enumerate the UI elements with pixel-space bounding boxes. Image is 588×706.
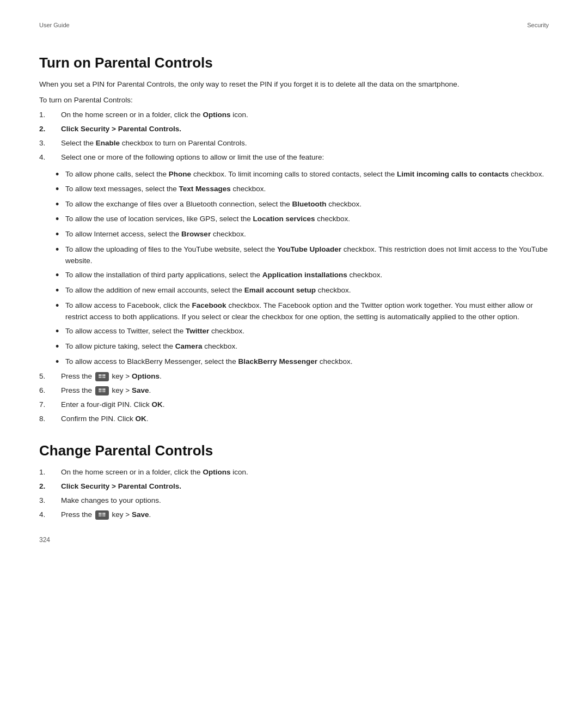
section1-steps-after: 5. Press the ⠿⠿ key > Options. 6. Press … (39, 371, 549, 425)
bullet-7: • To allow the installation of third par… (56, 270, 549, 282)
bullet-3-icon: • (56, 199, 65, 211)
s2-step-4-content: Press the ⠿⠿ key > Save. (61, 509, 549, 521)
section-turn-on: Turn on Parental Controls When you set a… (39, 54, 549, 425)
page-header: User Guide Security (39, 22, 549, 28)
bullet-8-icon: • (56, 285, 65, 297)
step-1-num: 1. (39, 109, 61, 121)
step-2: 2. Click Security > Parental Controls. (39, 124, 549, 135)
bullet-10: • To allow access to Twitter, select the… (56, 326, 549, 338)
s2-step-1-num: 1. (39, 467, 61, 478)
bullet-1-text: To allow phone calls, select the Phone c… (65, 169, 549, 181)
s2-step-3-num: 3. (39, 495, 61, 507)
bullet-9: • To allow access to Facebook, click the… (56, 300, 549, 323)
page: User Guide Security Turn on Parental Con… (0, 0, 588, 563)
step-3: 3. Select the Enable checkbox to turn on… (39, 138, 549, 149)
key-icon-s2-4: ⠿⠿ (95, 510, 109, 520)
step-6-num: 6. (39, 385, 61, 397)
s2-step-3-content: Make changes to your options. (61, 495, 549, 507)
step-7-num: 7. (39, 399, 61, 411)
key-icon-5: ⠿⠿ (95, 372, 109, 381)
step-3-content: Select the Enable checkbox to turn on Pa… (61, 138, 549, 149)
section-change: Change Parental Controls 1. On the home … (39, 442, 549, 521)
step-4: 4. Select one or more of the following o… (39, 152, 549, 163)
step-6: 6. Press the ⠿⠿ key > Save. (39, 385, 549, 397)
step-8-content: Confirm the PIN. Click OK. (61, 413, 549, 425)
step-8: 8. Confirm the PIN. Click OK. (39, 413, 549, 425)
bullet-4-text: To allow the use of location services, l… (65, 214, 549, 226)
bullet-11-icon: • (56, 341, 65, 353)
bullet-5-text: To allow Internet access, select the Bro… (65, 229, 549, 241)
bullet-12: • To allow access to BlackBerry Messenge… (56, 356, 549, 368)
bullet-5: • To allow Internet access, select the B… (56, 229, 549, 241)
step-5-num: 5. (39, 371, 61, 382)
bullet-list: • To allow phone calls, select the Phone… (56, 169, 549, 368)
bullet-8: • To allow the addition of new email acc… (56, 285, 549, 297)
bullet-12-icon: • (56, 356, 65, 368)
step-7: 7. Enter a four-digit PIN. Click OK. (39, 399, 549, 411)
step-4-content: Select one or more of the following opti… (61, 152, 549, 163)
bullet-8-text: To allow the addition of new email accou… (65, 285, 549, 297)
step-7-content: Enter a four-digit PIN. Click OK. (61, 399, 549, 411)
bullet-5-icon: • (56, 229, 65, 241)
step-1-content: On the home screen or in a folder, click… (61, 109, 549, 121)
step-8-num: 8. (39, 413, 61, 425)
bullet-12-text: To allow access to BlackBerry Messenger,… (65, 356, 549, 368)
section1-title: Turn on Parental Controls (39, 54, 549, 71)
section1-intro2: To turn on Parental Controls: (39, 96, 549, 104)
bullet-7-icon: • (56, 270, 65, 282)
section1-intro1: When you set a PIN for Parental Controls… (39, 79, 549, 90)
s2-step-2: 2. Click Security > Parental Controls. (39, 481, 549, 492)
page-footer: 324 (39, 536, 50, 544)
s2-step-2-content: Click Security > Parental Controls. (61, 481, 549, 492)
bullet-9-icon: • (56, 300, 65, 323)
bullet-10-icon: • (56, 326, 65, 338)
s2-step-1-content: On the home screen or in a folder, click… (61, 467, 549, 478)
step-2-content: Click Security > Parental Controls. (61, 124, 549, 135)
bullet-2: • To allow text messages, select the Tex… (56, 184, 549, 196)
bullet-3-text: To allow the exchange of files over a Bl… (65, 199, 549, 211)
section1-steps: 1. On the home screen or in a folder, cl… (39, 109, 549, 163)
s2-step-3: 3. Make changes to your options. (39, 495, 549, 507)
header-left: User Guide (39, 22, 70, 28)
bullet-4: • To allow the use of location services,… (56, 214, 549, 226)
s2-step-4: 4. Press the ⠿⠿ key > Save. (39, 509, 549, 521)
bullet-6: • To allow the uploading of files to the… (56, 244, 549, 267)
step-6-content: Press the ⠿⠿ key > Save. (61, 385, 549, 397)
bullet-6-icon: • (56, 244, 65, 267)
bullet-2-icon: • (56, 184, 65, 196)
page-number: 324 (39, 536, 50, 544)
s2-step-4-num: 4. (39, 509, 61, 521)
section2-steps: 1. On the home screen or in a folder, cl… (39, 467, 549, 521)
bullet-9-text: To allow access to Facebook, click the F… (65, 300, 549, 323)
step-5-content: Press the ⠿⠿ key > Options. (61, 371, 549, 382)
step-2-num: 2. (39, 124, 61, 135)
bullet-2-text: To allow text messages, select the Text … (65, 184, 549, 196)
bullet-10-text: To allow access to Twitter, select the T… (65, 326, 549, 338)
bullet-3: • To allow the exchange of files over a … (56, 199, 549, 211)
bullet-4-icon: • (56, 214, 65, 226)
key-icon-6: ⠿⠿ (95, 386, 109, 395)
bullet-6-text: To allow the uploading of files to the Y… (65, 244, 549, 267)
step-1: 1. On the home screen or in a folder, cl… (39, 109, 549, 121)
s2-step-2-num: 2. (39, 481, 61, 492)
section2-title: Change Parental Controls (39, 442, 549, 459)
step-2-bold: Security > Parental Controls (81, 125, 179, 133)
bullet-11-text: To allow picture taking, select the Came… (65, 341, 549, 353)
bullet-11: • To allow picture taking, select the Ca… (56, 341, 549, 353)
bullet-1: • To allow phone calls, select the Phone… (56, 169, 549, 181)
step-4-num: 4. (39, 152, 61, 163)
step-5: 5. Press the ⠿⠿ key > Options. (39, 371, 549, 382)
step-3-num: 3. (39, 138, 61, 149)
header-right: Security (527, 22, 549, 28)
bullet-1-icon: • (56, 169, 65, 181)
step-1-bold: Options (203, 111, 230, 119)
bullet-7-text: To allow the installation of third party… (65, 270, 549, 282)
step-3-bold: Enable (96, 139, 120, 147)
s2-step-1: 1. On the home screen or in a folder, cl… (39, 467, 549, 478)
